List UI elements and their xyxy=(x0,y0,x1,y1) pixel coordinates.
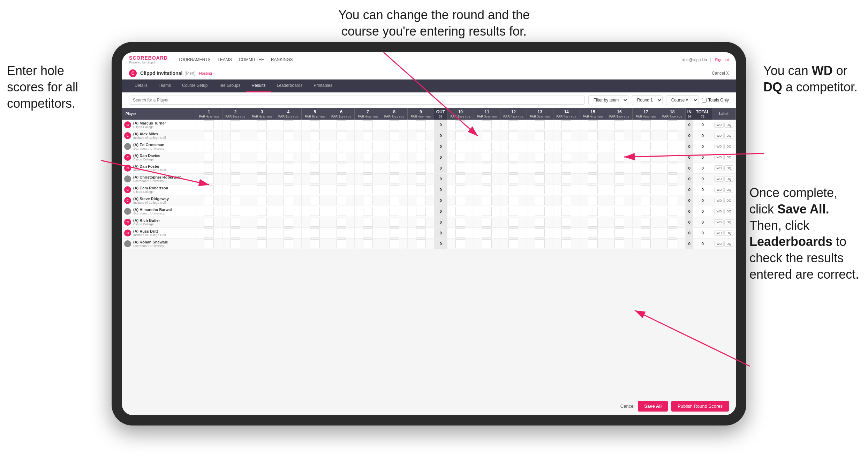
hole-5-score[interactable] xyxy=(302,130,328,141)
score-input-9-2[interactable] xyxy=(231,218,240,227)
score-input-6-16[interactable] xyxy=(614,185,624,194)
score-input-4-12[interactable] xyxy=(508,164,518,173)
hole-18-score[interactable] xyxy=(659,141,686,152)
hole-9-score[interactable] xyxy=(408,152,434,163)
hole-3-score[interactable] xyxy=(249,130,275,141)
score-input-4-10[interactable] xyxy=(455,164,465,173)
hole-5-score[interactable] xyxy=(302,141,328,152)
hole-4-score[interactable] xyxy=(275,184,302,195)
hole-16-score[interactable] xyxy=(606,141,633,152)
hole-15-score[interactable] xyxy=(580,195,606,206)
score-input-10-18[interactable] xyxy=(667,228,677,238)
hole-13-score[interactable] xyxy=(527,174,553,184)
hole-5-score[interactable] xyxy=(302,174,328,184)
score-input-0-17[interactable] xyxy=(641,120,651,129)
score-input-3-18[interactable] xyxy=(667,153,677,162)
score-input-4-1[interactable] xyxy=(204,164,214,173)
score-input-11-9[interactable] xyxy=(416,239,426,248)
hole-3-score[interactable] xyxy=(249,174,275,184)
score-input-1-6[interactable] xyxy=(337,131,346,140)
score-input-4-15[interactable] xyxy=(588,164,598,173)
hole-9-score[interactable] xyxy=(408,174,434,184)
hole-15-score[interactable] xyxy=(580,152,606,163)
tab-printables[interactable]: Printables xyxy=(308,80,338,92)
hole-6-score[interactable] xyxy=(328,206,355,217)
hole-15-score[interactable] xyxy=(580,141,606,152)
score-input-2-2[interactable] xyxy=(231,142,240,151)
hole-8-score[interactable] xyxy=(381,120,408,130)
score-input-11-18[interactable] xyxy=(667,239,677,248)
score-input-7-13[interactable] xyxy=(535,196,545,205)
score-input-1-8[interactable] xyxy=(390,131,399,140)
hole-4-score[interactable] xyxy=(275,163,302,174)
hole-13-score[interactable] xyxy=(527,120,553,130)
hole-7-score[interactable] xyxy=(355,141,381,152)
wd-button[interactable]: WD xyxy=(714,209,724,214)
score-input-7-4[interactable] xyxy=(284,196,293,205)
hole-16-score[interactable] xyxy=(606,206,633,217)
hole-17-score[interactable] xyxy=(633,228,659,239)
hole-10-score[interactable] xyxy=(447,152,474,163)
hole-13-score[interactable] xyxy=(527,163,553,174)
hole-12-score[interactable] xyxy=(500,163,527,174)
score-input-1-11[interactable] xyxy=(482,131,492,140)
hole-10-score[interactable] xyxy=(447,163,474,174)
hole-9-score[interactable] xyxy=(408,217,434,228)
cancel-button[interactable]: Cancel xyxy=(620,404,634,409)
score-input-0-13[interactable] xyxy=(535,120,545,129)
wd-button[interactable]: WD xyxy=(714,155,724,160)
score-input-0-5[interactable] xyxy=(310,120,320,129)
tab-details[interactable]: Details xyxy=(129,80,153,92)
score-input-5-6[interactable] xyxy=(337,174,346,183)
score-input-11-6[interactable] xyxy=(337,239,346,248)
nav-committee[interactable]: COMMITTEE xyxy=(239,57,264,62)
hole-6-score[interactable] xyxy=(328,152,355,163)
hole-18-score[interactable] xyxy=(659,206,686,217)
hole-11-score[interactable] xyxy=(474,217,500,228)
hole-18-score[interactable] xyxy=(659,130,686,141)
hole-11-score[interactable] xyxy=(474,130,500,141)
score-input-10-9[interactable] xyxy=(416,228,426,238)
score-input-5-10[interactable] xyxy=(455,174,465,183)
score-input-5-1[interactable] xyxy=(204,174,214,183)
score-input-4-11[interactable] xyxy=(482,164,492,173)
hole-6-score[interactable] xyxy=(328,217,355,228)
hole-3-score[interactable] xyxy=(249,228,275,239)
score-input-0-11[interactable] xyxy=(482,120,492,129)
hole-14-score[interactable] xyxy=(553,130,580,141)
hole-5-score[interactable] xyxy=(302,120,328,130)
score-input-11-8[interactable] xyxy=(390,239,399,248)
hole-17-score[interactable] xyxy=(633,163,659,174)
hole-9-score[interactable] xyxy=(408,228,434,239)
score-input-9-14[interactable] xyxy=(561,218,571,227)
score-input-6-5[interactable] xyxy=(310,185,320,194)
hole-4-score[interactable] xyxy=(275,152,302,163)
hole-10-score[interactable] xyxy=(447,141,474,152)
score-input-7-2[interactable] xyxy=(231,196,240,205)
score-input-7-6[interactable] xyxy=(337,196,346,205)
hole-18-score[interactable] xyxy=(659,239,686,249)
hole-11-score[interactable] xyxy=(474,184,500,195)
hole-9-score[interactable] xyxy=(408,120,434,130)
score-input-11-15[interactable] xyxy=(588,239,598,248)
dq-button[interactable]: DQ xyxy=(724,241,733,247)
score-input-9-6[interactable] xyxy=(337,218,346,227)
score-input-9-15[interactable] xyxy=(588,218,598,227)
hole-8-score[interactable] xyxy=(381,152,408,163)
hole-18-score[interactable] xyxy=(659,152,686,163)
hole-7-score[interactable] xyxy=(355,184,381,195)
hole-15-score[interactable] xyxy=(580,217,606,228)
score-input-5-2[interactable] xyxy=(231,174,240,183)
score-input-5-12[interactable] xyxy=(508,174,518,183)
score-input-8-11[interactable] xyxy=(482,207,492,216)
dq-button[interactable]: DQ xyxy=(724,122,733,128)
score-input-9-11[interactable] xyxy=(482,218,492,227)
hole-16-score[interactable] xyxy=(606,184,633,195)
score-input-9-12[interactable] xyxy=(508,218,518,227)
hole-10-score[interactable] xyxy=(447,120,474,130)
hole-6-score[interactable] xyxy=(328,184,355,195)
hole-2-score[interactable] xyxy=(222,195,249,206)
hole-15-score[interactable] xyxy=(580,174,606,184)
score-input-5-17[interactable] xyxy=(641,174,651,183)
score-input-7-9[interactable] xyxy=(416,196,426,205)
